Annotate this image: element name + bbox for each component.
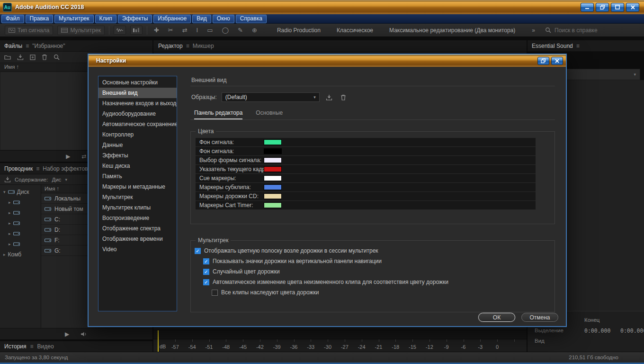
dialog-restore-button[interactable] [537,57,549,65]
category-control-surface[interactable]: Контроллер [98,129,177,140]
import-icon[interactable] [4,176,11,182]
tab-basic[interactable]: Основные [256,109,283,119]
chevron-collapsed-icon[interactable]: ▸ [9,221,11,226]
open-folder-icon[interactable] [4,55,11,60]
category-effects[interactable]: Эффекты [98,150,177,161]
category-markers-metadata[interactable]: Маркеры и метаданные [98,182,177,192]
paintbrush-tool-icon[interactable]: ✎ [235,27,245,34]
maximize-button[interactable] [611,3,624,12]
selection-duration-value[interactable]: 0:00.000 [620,328,644,334]
panel-menu-icon[interactable]: ≡ [186,43,189,49]
tree-item-disk[interactable]: ▾ Диск [0,187,41,197]
delete-icon[interactable] [42,54,47,60]
category-general[interactable]: Основные настройки [98,77,177,88]
razor-tool-icon[interactable]: ✂ [166,27,176,34]
selection-end-value[interactable]: 0:00.000 [584,328,610,334]
panel-menu-icon[interactable]: ≡ [576,43,580,49]
checkbox[interactable] [212,290,218,296]
close-button[interactable] [626,3,639,12]
tab-favorites[interactable]: "Избранное" [32,43,65,49]
dialog-close-button[interactable] [551,57,563,65]
ok-button[interactable]: ОК [478,313,515,322]
color-swatch[interactable] [264,175,282,181]
tree-item-drive[interactable]: ▸ [0,208,41,218]
tab-history[interactable]: История [4,343,27,350]
minimize-button[interactable] [581,3,594,12]
category-time-display[interactable]: Отображение времени [98,234,177,244]
checkbox[interactable] [195,248,201,254]
category-media-disk-cache[interactable]: Кеш диска [98,161,177,171]
menu-edit[interactable]: Правка [26,15,54,23]
tab-explorer[interactable]: Проводник [4,165,33,172]
presets-select[interactable]: (Default) ▾ [222,92,320,102]
slip-tool-icon[interactable]: ⇄ [180,27,190,34]
waveform-display-button[interactable] [114,26,126,35]
color-swatch[interactable] [264,202,282,208]
workspace-max-editing[interactable]: Максимальное редактирование (Два монитор… [389,27,515,34]
play-icon[interactable]: ▶ [66,153,70,160]
move-tool-icon[interactable]: ✚ [152,27,161,34]
tree-item-drive[interactable]: ▸ [0,218,41,228]
tree-item-combined[interactable]: ▸ Комб [0,249,41,260]
play-icon[interactable]: ▶ [65,331,69,337]
files-list[interactable] [0,72,97,150]
category-multitrack-clips[interactable]: Мультитрек клипы [98,202,177,213]
checkbox[interactable] [203,279,209,285]
checkbox[interactable] [203,269,209,275]
menu-view[interactable]: Вид [192,15,211,23]
delete-preset-button[interactable] [339,93,348,101]
lasso-selection-tool-icon[interactable]: ◯ [220,27,232,34]
category-auto-save[interactable]: Автоматическое сохранение [98,119,177,129]
multitrack-view-button[interactable]: Мультитрек [57,26,104,35]
menu-file[interactable]: Файл [1,15,24,23]
chevron-collapsed-icon[interactable]: ▸ [9,210,11,215]
color-swatch[interactable] [264,193,282,199]
chevron-collapsed-icon[interactable]: ▸ [9,200,11,205]
menu-multitrack[interactable]: Мультитрек [54,15,93,23]
workspace-overflow-icon[interactable]: » [532,27,535,34]
tab-video[interactable]: Видео [37,343,54,350]
playhead-marker[interactable] [158,330,159,352]
new-item-icon[interactable] [30,55,36,60]
color-swatch[interactable] [264,166,282,172]
tab-editor[interactable]: Редактор [158,43,183,49]
panel-menu-icon[interactable]: ≡ [26,43,29,49]
speaker-icon[interactable] [80,331,88,337]
loop-playback-icon[interactable]: ⇄ [82,153,87,160]
category-audio-hardware[interactable]: Аудиооборудование [98,109,177,119]
tab-effects-rack[interactable]: Набор эффектов [43,165,88,172]
category-audio-channel-mapping[interactable]: Назначение входов и выходов [98,98,177,109]
cancel-button[interactable]: Отмена [521,313,558,322]
spectral-display-button[interactable] [130,26,143,35]
contents-dropdown[interactable]: Дис [52,177,61,182]
category-memory[interactable]: Память [98,171,177,182]
search-files-icon[interactable] [54,54,60,60]
waveform-view-button[interactable]: Тип сигнала [5,26,53,35]
checkbox[interactable] [203,258,209,264]
workspace-classic[interactable]: Классическое [337,27,373,34]
import-file-icon[interactable] [17,54,24,60]
chevron-expanded-icon[interactable]: ▾ [3,190,6,194]
category-data[interactable]: Данные [98,140,177,150]
chevron-collapsed-icon[interactable]: ▸ [9,231,11,236]
chevron-collapsed-icon[interactable]: ▸ [9,242,11,246]
color-swatch[interactable] [264,184,282,190]
menu-clip[interactable]: Клип [95,15,116,23]
tab-essential-sound[interactable]: Essential Sound [532,43,573,49]
dialog-title-bar[interactable]: Настройки [89,55,566,67]
tab-files[interactable]: Файлы [4,43,22,49]
save-preset-button[interactable] [324,93,334,101]
tree-item-drive[interactable]: ▸ [0,239,41,249]
color-swatch[interactable] [264,148,282,154]
workspace-radio-production[interactable]: Radio Production [277,27,321,34]
menu-effects[interactable]: Эффекты [118,15,152,23]
panel-menu-icon[interactable]: ≡ [36,165,39,172]
tab-editor-panel[interactable]: Панель редактора [194,109,242,119]
time-selection-tool-icon[interactable]: I [194,27,201,34]
spot-healing-tool-icon[interactable]: ⊕ [250,27,259,34]
tree-item-drive[interactable]: ▸ [0,197,41,208]
tab-mixer[interactable]: Микшер [193,43,214,49]
panel-menu-icon[interactable]: ≡ [30,343,34,350]
marquee-selection-tool-icon[interactable]: ▭ [205,27,215,34]
menu-window[interactable]: Окно [213,15,234,23]
